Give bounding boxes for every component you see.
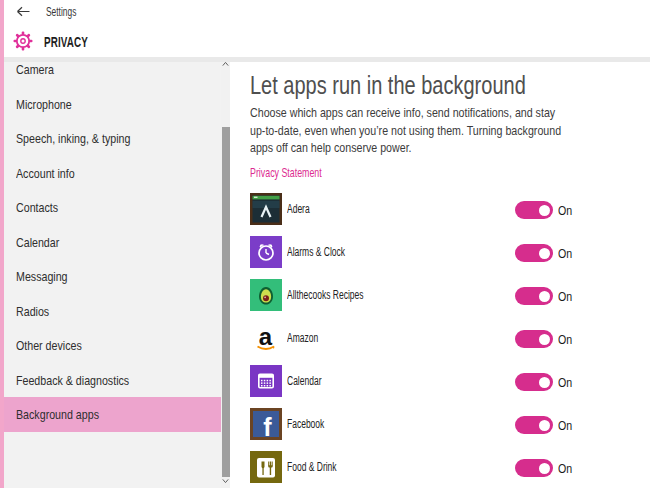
toggle-state-label: On bbox=[558, 409, 575, 443]
sidebar-item-messaging[interactable]: Messaging bbox=[4, 259, 222, 294]
gear-icon bbox=[13, 31, 33, 51]
calendar-app-icon bbox=[250, 365, 282, 397]
privacy-statement-link[interactable]: Privacy Statement bbox=[250, 166, 356, 180]
sidebar-item-contacts[interactable]: Contacts bbox=[4, 190, 222, 225]
app-toggle[interactable] bbox=[515, 373, 553, 391]
app-name: Alarms & Clock bbox=[287, 236, 372, 268]
page-description: Choose which apps can receive info, send… bbox=[250, 104, 629, 157]
sidebar-list: Camera Microphone Speech, inking, & typi… bbox=[4, 52, 222, 488]
sidebar-scrollbar-thumb[interactable] bbox=[222, 127, 230, 477]
app-row-amazon: a Amazon On bbox=[250, 322, 650, 365]
app-toggle[interactable] bbox=[515, 459, 553, 477]
app-name: Amazon bbox=[287, 322, 333, 354]
header: Settings PRIVACY bbox=[4, 0, 650, 57]
sidebar-item-other-devices[interactable]: Other devices bbox=[4, 328, 222, 363]
sidebar-scrollbar[interactable] bbox=[221, 57, 230, 488]
toggle-knob bbox=[539, 463, 550, 474]
page-heading: Let apps run in the background bbox=[250, 71, 595, 99]
adera-app-icon bbox=[250, 193, 282, 225]
app-row-alarms-clock: Alarms & Clock On bbox=[250, 236, 650, 279]
svg-text:f: f bbox=[263, 413, 272, 441]
page-title: PRIVACY bbox=[44, 35, 109, 50]
svg-text:a: a bbox=[259, 323, 273, 350]
app-row-allthecooks: Allthecooks Recipes On bbox=[250, 279, 650, 322]
app-title: Settings bbox=[46, 6, 89, 18]
sidebar-item-microphone[interactable]: Microphone bbox=[4, 87, 222, 122]
alarms-clock-app-icon bbox=[250, 236, 282, 268]
toggle-state-label: On bbox=[558, 366, 575, 400]
food-drink-app-icon bbox=[250, 451, 282, 483]
allthecooks-app-icon bbox=[250, 279, 282, 311]
app-toggle[interactable] bbox=[515, 244, 553, 262]
toggle-knob bbox=[539, 291, 550, 302]
main-panel: Let apps run in the background Choose wh… bbox=[230, 62, 650, 488]
app-row-calendar: Calendar On bbox=[250, 365, 650, 408]
accent-left-stripe bbox=[0, 0, 4, 488]
app-name: Adera bbox=[287, 193, 320, 225]
toggle-state-label: On bbox=[558, 323, 575, 357]
app-toggle[interactable] bbox=[515, 201, 553, 219]
app-name: Facebook bbox=[287, 408, 342, 440]
toggle-knob bbox=[539, 334, 550, 345]
app-row-facebook: f Facebook On bbox=[250, 408, 650, 451]
content-top-divider bbox=[4, 57, 650, 62]
sidebar-item-radios[interactable]: Radios bbox=[4, 294, 222, 329]
scrollbar-down-icon[interactable] bbox=[222, 478, 229, 484]
toggle-knob bbox=[539, 205, 550, 216]
app-toggle[interactable] bbox=[515, 287, 553, 305]
app-row-adera: Adera On bbox=[250, 193, 650, 236]
toggle-state-label: On bbox=[558, 452, 575, 486]
sidebar-item-speech-inking-typing[interactable]: Speech, inking, & typing bbox=[4, 121, 222, 156]
toggle-knob bbox=[539, 420, 550, 431]
toggle-knob bbox=[539, 377, 550, 388]
app-list: Adera On Alarms & Clock On bbox=[250, 193, 650, 488]
app-toggle[interactable] bbox=[515, 330, 553, 348]
toggle-state-label: On bbox=[558, 280, 575, 314]
back-arrow-icon[interactable] bbox=[16, 6, 30, 17]
app-toggle[interactable] bbox=[515, 416, 553, 434]
app-name: Food & Drink bbox=[287, 451, 360, 483]
toggle-state-label: On bbox=[558, 194, 575, 228]
app-name: Calendar bbox=[287, 365, 338, 397]
app-name: Allthecooks Recipes bbox=[287, 279, 400, 311]
app-row-food-drink: Food & Drink On bbox=[250, 451, 650, 488]
amazon-app-icon: a bbox=[250, 322, 282, 354]
sidebar-item-background-apps[interactable]: Background apps bbox=[4, 397, 222, 432]
sidebar: Camera Microphone Speech, inking, & typi… bbox=[4, 57, 230, 488]
sidebar-item-feedback-diagnostics[interactable]: Feedback & diagnostics bbox=[4, 363, 222, 398]
sidebar-item-calendar[interactable]: Calendar bbox=[4, 225, 222, 260]
toggle-state-label: On bbox=[558, 237, 575, 271]
facebook-app-icon: f bbox=[250, 408, 282, 440]
toggle-knob bbox=[539, 248, 550, 259]
sidebar-item-account-info[interactable]: Account info bbox=[4, 156, 222, 191]
